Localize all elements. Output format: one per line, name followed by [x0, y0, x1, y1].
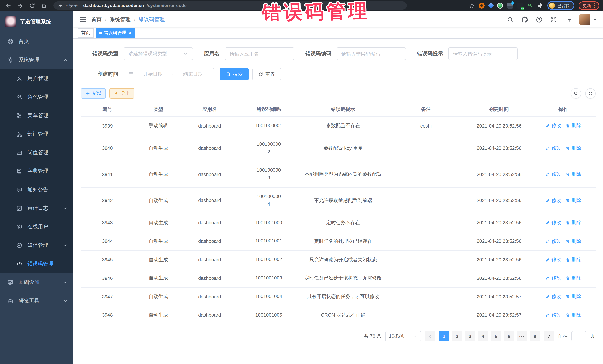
extension-icon-gem[interactable] [487, 2, 494, 9]
breadcrumb-current[interactable]: 错误码管理 [139, 16, 165, 23]
sidebar-item-dev-tools[interactable]: 研发工具 [0, 292, 73, 310]
extension-icon-orange[interactable] [478, 3, 485, 9]
extension-icon-key[interactable] [527, 3, 533, 9]
browser-reload-button[interactable] [27, 1, 36, 10]
delete-link[interactable]: 删除 [566, 312, 581, 318]
edit-link[interactable]: 修改 [546, 312, 561, 318]
forward-icon [17, 2, 23, 9]
page-number[interactable]: 5 [491, 331, 501, 342]
sidebar-item-audit-logs[interactable]: 审计日志 [0, 199, 73, 218]
page-number[interactable]: 1 [439, 331, 449, 342]
reset-button[interactable]: 重置 [252, 68, 281, 80]
filter-app-name: 应用名 [204, 47, 294, 60]
user-menu[interactable] [579, 14, 597, 25]
app-window: 芋道管理系统 首页 系统管理 用户管理 [0, 11, 603, 364]
delete-link[interactable]: 删除 [566, 220, 581, 226]
search-icon[interactable] [507, 16, 514, 23]
address-bar[interactable]: 不安全 dashboard.yudao.iocoder.cn/system/er… [53, 1, 407, 10]
edit-link[interactable]: 修改 [546, 171, 561, 177]
delete-link[interactable]: 删除 [566, 256, 581, 263]
delete-link[interactable]: 删除 [566, 293, 581, 300]
error-type-select[interactable]: 请选择错误码类型 [124, 47, 193, 60]
delete-link[interactable]: 删除 [566, 171, 581, 177]
pagination: 共 76 条 10条/页 1 2 3 4 5 6 [81, 331, 596, 342]
delete-link[interactable]: 删除 [566, 145, 581, 151]
delete-link[interactable]: 删除 [566, 122, 581, 129]
breadcrumb-home[interactable]: 首页 [91, 16, 102, 23]
page-size-select[interactable]: 10条/页 [385, 331, 421, 342]
browser-profile-chip[interactable]: 已暂停 [547, 1, 574, 10]
goto-unit: 页 [590, 333, 595, 340]
bookmark-star-icon[interactable] [469, 3, 475, 8]
edit-link[interactable]: 修改 [546, 238, 561, 245]
page-more[interactable]: ••• [517, 331, 527, 342]
cell-time: 2021-04-20 23:52:57 [467, 306, 531, 324]
sidebar-item-posts[interactable]: 岗位管理 [0, 143, 73, 162]
help-icon[interactable] [536, 16, 543, 23]
font-size-icon[interactable] [565, 16, 571, 23]
sidebar-item-notices[interactable]: 通知公告 [0, 180, 73, 199]
search-icon [573, 91, 578, 96]
error-code-input[interactable] [341, 51, 401, 56]
sidebar-item-roles[interactable]: 角色管理 [0, 88, 73, 106]
browser-home-button[interactable] [39, 1, 48, 10]
edit-link[interactable]: 修改 [546, 256, 561, 263]
page-number[interactable]: 4 [478, 331, 488, 342]
extension-icon-green-circle[interactable] [497, 3, 503, 9]
edit-pencil-icon [546, 146, 550, 150]
breadcrumb-system[interactable]: 系统管理 [110, 16, 131, 23]
browser-back-button[interactable] [4, 1, 13, 10]
hamburger-icon[interactable] [79, 16, 86, 23]
page-number[interactable]: 6 [504, 331, 514, 342]
page-number[interactable]: 3 [465, 331, 475, 342]
sidebar-item-sms[interactable]: 短信管理 [0, 236, 73, 255]
sidebar-item-users[interactable]: 用户管理 [0, 69, 73, 88]
add-button[interactable]: 新增 [81, 88, 106, 99]
close-icon[interactable] [128, 31, 132, 35]
page-number[interactable]: 2 [452, 331, 462, 342]
delete-link[interactable]: 删除 [566, 197, 581, 204]
edit-link[interactable]: 修改 [546, 275, 561, 282]
sidebar-logo[interactable]: 芋道管理系统 [0, 11, 73, 32]
tab-error-code-active[interactable]: 错误码管理 [96, 28, 135, 38]
error-msg-input[interactable] [453, 51, 513, 56]
export-button[interactable]: 导出 [109, 88, 134, 99]
extension-icon-puzzle[interactable] [537, 3, 543, 9]
date-range-picker[interactable]: 开始日期 - 结束日期 [124, 68, 214, 80]
sidebar-item-system[interactable]: 系统管理 [0, 51, 73, 69]
browser-update-button[interactable]: 更新 [579, 1, 599, 10]
delete-link[interactable]: 删除 [566, 238, 581, 245]
cell-memo [385, 187, 467, 213]
sidebar-item-dicts[interactable]: 字典管理 [0, 162, 73, 180]
sidebar-item-departments[interactable]: 部门管理 [0, 125, 73, 143]
sidebar-item-home[interactable]: 首页 [0, 32, 73, 51]
security-status[interactable]: 不安全 [58, 3, 78, 8]
extension-icon-grid[interactable] [507, 3, 513, 9]
edit-link[interactable]: 修改 [546, 122, 561, 129]
delete-link[interactable]: 删除 [566, 275, 581, 282]
app-name-input[interactable] [230, 51, 290, 56]
fullscreen-icon[interactable] [550, 16, 557, 23]
extension-icon-dark-on[interactable]: on [517, 3, 523, 9]
goto-page-input[interactable] [571, 331, 586, 342]
edit-link[interactable]: 修改 [546, 220, 561, 226]
refresh-table-button[interactable] [585, 88, 596, 99]
github-icon[interactable] [521, 16, 528, 23]
search-button[interactable]: 搜索 [220, 68, 249, 80]
edit-link[interactable]: 修改 [546, 293, 561, 300]
tab-home[interactable]: 首页 [78, 28, 93, 38]
sidebar-item-error-codes[interactable]: 错误码管理 [0, 255, 73, 273]
toggle-search-button[interactable] [571, 88, 581, 99]
sidebar-item-menus[interactable]: 菜单管理 [0, 106, 73, 125]
browser-menu-icon[interactable] [594, 3, 595, 8]
breadcrumb: 首页 / 系统管理 / 错误码管理 [91, 16, 165, 23]
edit-link[interactable]: 修改 [546, 145, 561, 151]
prev-page-button[interactable] [425, 331, 435, 342]
browser-forward-button[interactable] [16, 1, 24, 10]
online-user-icon [16, 224, 22, 230]
edit-link[interactable]: 修改 [546, 197, 561, 204]
next-page-button[interactable] [544, 331, 554, 342]
sidebar-item-infrastructure[interactable]: 基础设施 [0, 273, 73, 292]
page-number[interactable]: 8 [530, 331, 540, 342]
sidebar-item-online-users[interactable]: 在线用户 [0, 218, 73, 236]
